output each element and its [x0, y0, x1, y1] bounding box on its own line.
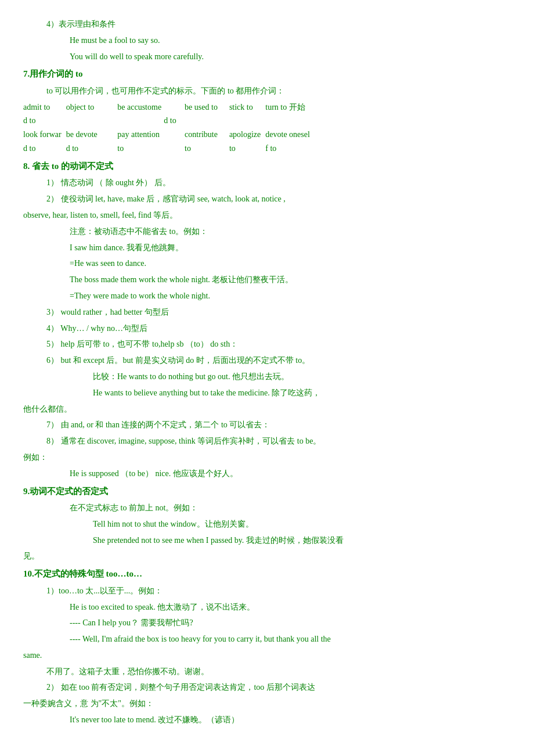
- section8-6-ex2-cont: 他什么都信。: [23, 402, 511, 416]
- section8-2: 2） 使役动词 let, have, make 后，感官动词 see, watc…: [46, 192, 511, 206]
- section8-ex4: =They were made to work the whole night.: [70, 289, 511, 303]
- section8-1: 1） 情态动词 （ 除 ought 外） 后。: [46, 176, 511, 190]
- section10-2-ex: It's never too late to mend. 改过不嫌晚。（谚语）: [70, 713, 511, 727]
- section10-1-ex1: He is too excited to speak. 他太激动了，说不出话来。: [70, 600, 511, 614]
- section7-intro: to 可以用作介词，也可用作不定式的标示。下面的 to 都用作介词：: [46, 84, 511, 98]
- section10-1-ex3: ---- Well, I'm afraid the box is too hea…: [70, 632, 511, 646]
- section8-2-cont: observe, hear, listen to, smell, feel, f…: [23, 208, 511, 222]
- section4-line1: He must be a fool to say so.: [70, 34, 511, 48]
- section10-header: 10.不定式的特殊句型 too…to…: [23, 567, 511, 582]
- section7-header: 7.用作介词的 to: [23, 67, 511, 82]
- section8-6-ex1: 比较：He wants to do nothing but go out. 他只…: [93, 370, 511, 384]
- section8-7: 7） 由 and, or 和 than 连接的两个不定式，第二个 to 可以省去…: [46, 418, 511, 432]
- section4-line2: You will do well to speak more carefully…: [70, 50, 511, 64]
- phrase-row1: admit to object to be accustome be used …: [23, 100, 511, 156]
- section8-header: 8. 省去 to 的动词不定式: [23, 159, 511, 174]
- section10-1-trans: 不用了。这箱子太重，恐怕你搬不动。谢谢。: [46, 665, 511, 679]
- section8-3: 3） would rather，had better 句型后: [46, 305, 511, 319]
- section10-1-ex2: ---- Can I help you？ 需要我帮忙吗?: [70, 616, 511, 630]
- section8-ex2: =He was seen to dance.: [70, 257, 511, 271]
- section10-2-intro: 2） 如在 too 前有否定词，则整个句子用否定词表达肯定，too 后那个词表达: [46, 681, 511, 694]
- section9-ex2-cont: 见。: [23, 549, 511, 563]
- section9-ex2: She pretended not to see me when I passe…: [93, 534, 511, 548]
- section8-ex1: I saw him dance. 我看见他跳舞。: [70, 241, 511, 255]
- section8-4: 4） Why… / why no…句型后: [46, 322, 511, 336]
- section9-header: 9.动词不定式的否定式: [23, 484, 511, 499]
- section8-note: 注意：被动语态中不能省去 to。例如：: [70, 225, 511, 239]
- section8-8-cont: 例如：: [23, 451, 511, 465]
- section8-5: 5） help 后可带 to，也可不带 to,help sb （to） do s…: [46, 337, 511, 351]
- section8-ex3: The boss made them work the whole night.…: [70, 273, 511, 287]
- section8-8: 8） 通常在 discover, imagine, suppose, think…: [46, 434, 511, 448]
- section10-1-intro: 1）too…to 太...以至于...。例如：: [46, 584, 511, 598]
- main-content: 4）表示理由和条件 He must be a fool to say so. Y…: [23, 17, 511, 727]
- section4-header: 4）表示理由和条件: [46, 17, 511, 31]
- section10-1-ex3-cont: same.: [23, 649, 511, 663]
- section10-2-cont: 一种委婉含义，意 为"不太"。例如：: [23, 697, 511, 711]
- section9-intro: 在不定式标志 to 前加上 not。例如：: [70, 501, 511, 515]
- section8-6-ex2: He wants to believe anything but to take…: [93, 386, 511, 400]
- section8-8-ex: He is supposed （to be） nice. 他应该是个好人。: [70, 467, 511, 481]
- section9-ex1: Tell him not to shut the window。让他别关窗。: [93, 517, 511, 531]
- section8-6: 6） but 和 except 后。but 前是实义动词 do 时，后面出现的不…: [46, 354, 511, 368]
- phrase-table: admit to object to be accustome be used …: [23, 100, 315, 156]
